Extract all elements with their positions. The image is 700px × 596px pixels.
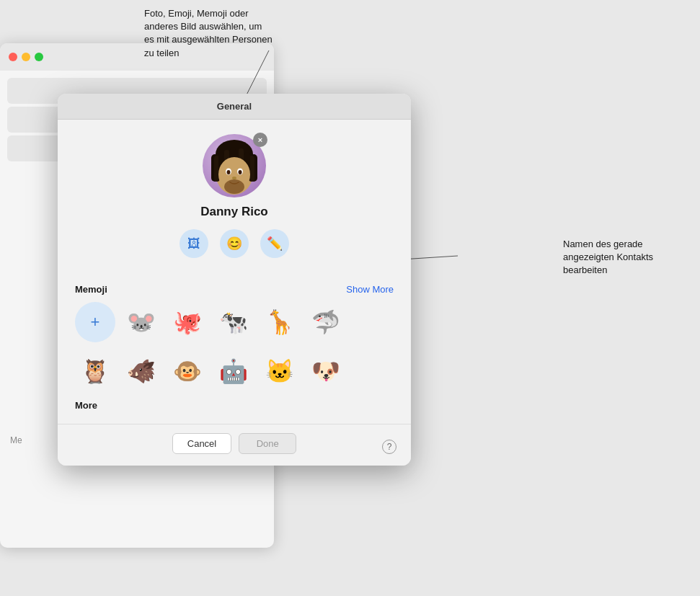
show-more-link[interactable]: Show More <box>346 284 394 295</box>
tooltip-right: Namen des gerade angezeigten Kontakts be… <box>563 238 678 277</box>
dialog-titlebar: General <box>58 94 411 120</box>
done-button[interactable]: Done <box>239 433 296 454</box>
svg-point-18 <box>239 170 242 174</box>
close-icon: × <box>258 135 262 144</box>
emoji-button[interactable]: 😊 <box>220 229 249 258</box>
profile-name: Danny Rico <box>200 205 268 219</box>
cancel-button[interactable]: Cancel <box>172 433 231 454</box>
avatar-container: × <box>203 134 266 197</box>
emoji-giraffe[interactable]: 🦒 <box>260 302 300 342</box>
help-button[interactable]: ? <box>382 440 396 454</box>
emoji-boar[interactable]: 🐗 <box>121 351 161 391</box>
profile-section: × Danny Rico 🖼 😊 ✏️ <box>75 134 394 272</box>
emoji-octopus[interactable]: 🐙 <box>167 302 208 342</box>
emoji-owl[interactable]: 🦉 <box>75 351 115 391</box>
dialog-title: General <box>217 101 252 112</box>
traffic-light-green[interactable] <box>35 53 43 61</box>
memoji-label: Memoji <box>75 284 107 295</box>
photo-button[interactable]: 🖼 <box>180 229 208 258</box>
emoji-row-1: + 🐭 🐙 🐄 🦒 🦈 <box>75 302 394 342</box>
photo-icon: 🖼 <box>187 236 200 252</box>
svg-point-14 <box>224 179 244 194</box>
dialog-footer: Cancel Done <box>58 424 411 466</box>
svg-point-19 <box>232 177 236 179</box>
emoji-row-2: 🦉 🐗 🐵 🤖 🐱 🐶 <box>75 351 394 391</box>
tooltip-left: Foto, Emoji, Memoji oder anderes Bild au… <box>144 7 274 60</box>
emoji-face-icon: 😊 <box>226 236 242 252</box>
plus-icon: + <box>91 313 100 332</box>
emoji-monkey[interactable]: 🐵 <box>167 351 208 391</box>
pencil-icon: ✏️ <box>267 236 283 252</box>
add-memoji-button[interactable]: + <box>75 302 115 342</box>
edit-name-button[interactable]: ✏️ <box>260 229 289 258</box>
memoji-section: Memoji Show More + 🐭 🐙 🐄 🦒 🦈 🦉 🐗 🐵 🤖 <box>75 284 394 391</box>
avatar-remove-button[interactable]: × <box>253 133 267 147</box>
svg-point-17 <box>227 170 231 174</box>
emoji-shark[interactable]: 🦈 <box>306 302 346 342</box>
dialog-body: × Danny Rico 🖼 😊 ✏️ Memoji Sho <box>58 120 411 414</box>
dialog-window: General <box>58 94 411 466</box>
traffic-light-red[interactable] <box>9 53 17 61</box>
emoji-mouse[interactable]: 🐭 <box>121 302 161 342</box>
emoji-dog[interactable]: 🐶 <box>306 351 346 391</box>
emoji-robot[interactable]: 🤖 <box>213 351 254 391</box>
tooltip-right-text: Namen des gerade angezeigten Kontakts be… <box>563 239 653 275</box>
action-buttons: 🖼 😊 ✏️ <box>180 229 289 258</box>
emoji-cat[interactable]: 🐱 <box>260 351 300 391</box>
memoji-section-header: Memoji Show More <box>75 284 394 295</box>
traffic-light-yellow[interactable] <box>22 53 30 61</box>
tooltip-left-text: Foto, Emoji, Memoji oder anderes Bild au… <box>144 8 273 58</box>
more-section-label: More <box>75 400 394 414</box>
emoji-cow[interactable]: 🐄 <box>213 302 254 342</box>
